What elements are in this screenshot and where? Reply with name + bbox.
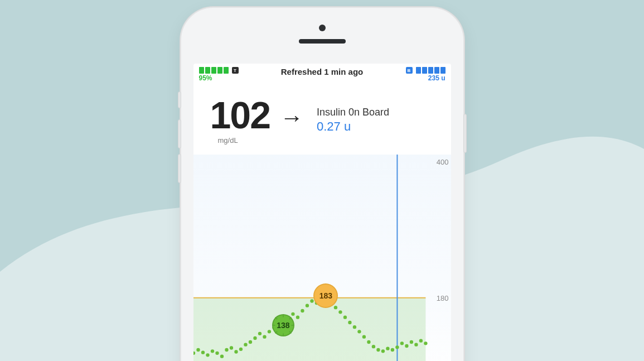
svg-point-48 — [400, 341, 403, 345]
power-button — [463, 114, 467, 153]
y-axis-400: 400 — [437, 157, 449, 166]
svg-point-34 — [333, 306, 337, 309]
svg-point-5 — [196, 348, 200, 352]
svg-line-61 — [275, 331, 278, 333]
glucose-header[interactable]: 102 mg/dL → Insulin 0n Board 0.27 u — [193, 88, 451, 155]
peak-callout-orange[interactable]: 183 — [314, 285, 337, 307]
iob-label: Insulin 0n Board — [317, 107, 389, 118]
svg-point-40 — [362, 335, 365, 338]
svg-point-52 — [419, 339, 422, 342]
svg-point-49 — [405, 344, 408, 348]
svg-point-6 — [201, 350, 204, 354]
chart-svg — [193, 155, 451, 361]
trend-arrow-icon: → — [280, 104, 303, 137]
svg-point-50 — [409, 340, 413, 344]
svg-rect-0 — [193, 298, 425, 361]
svg-point-12 — [229, 346, 233, 349]
insulin-on-board-block[interactable]: Insulin 0n Board 0.27 u — [317, 107, 389, 134]
svg-point-13 — [234, 350, 238, 353]
svg-point-7 — [206, 353, 209, 357]
svg-point-39 — [357, 330, 361, 333]
svg-point-36 — [343, 315, 346, 319]
svg-point-47 — [395, 345, 399, 349]
refreshed-label: Refreshed 1 min ago — [193, 67, 451, 76]
svg-point-38 — [352, 325, 356, 329]
svg-line-60 — [289, 317, 292, 319]
svg-point-27 — [301, 309, 304, 312]
svg-point-35 — [338, 310, 342, 314]
phone-frame: T 95% Refreshed 1 min ago B 235 u 102 — [180, 7, 464, 361]
svg-point-15 — [244, 343, 247, 346]
svg-point-18 — [258, 332, 261, 335]
app-screen: T 95% Refreshed 1 min ago B 235 u 102 — [193, 64, 451, 361]
phone-speaker — [299, 39, 346, 44]
svg-point-11 — [225, 348, 228, 352]
svg-point-14 — [239, 348, 242, 351]
svg-point-19 — [263, 335, 266, 338]
svg-point-29 — [310, 299, 313, 302]
svg-point-16 — [248, 340, 251, 344]
glucose-unit-label: mg/dL — [218, 136, 270, 145]
iob-value: 0.27 u — [317, 119, 389, 134]
mute-switch — [178, 92, 181, 108]
svg-point-37 — [348, 321, 351, 324]
svg-point-8 — [210, 349, 214, 353]
svg-point-28 — [305, 304, 308, 307]
volume-down-button — [178, 154, 181, 183]
current-glucose-value: 102 — [210, 96, 270, 134]
volume-up-button — [178, 119, 181, 148]
svg-point-26 — [296, 315, 299, 319]
svg-line-58 — [275, 317, 278, 319]
svg-point-41 — [367, 340, 370, 344]
svg-point-17 — [253, 336, 256, 340]
svg-point-51 — [414, 343, 418, 346]
svg-point-45 — [386, 346, 389, 350]
svg-point-43 — [376, 348, 380, 352]
svg-point-20 — [267, 330, 270, 333]
app-status-bar: T 95% Refreshed 1 min ago B 235 u — [193, 64, 451, 88]
svg-point-10 — [220, 354, 223, 358]
svg-line-59 — [289, 331, 292, 333]
svg-point-44 — [381, 349, 384, 353]
svg-point-53 — [424, 341, 427, 345]
svg-point-46 — [390, 348, 394, 352]
glucose-chart[interactable]: 400 180 70 138 183 5.56 — [193, 155, 451, 361]
y-axis-180: 180 — [437, 293, 449, 302]
meal-callout-green[interactable]: 138 — [273, 315, 293, 335]
front-camera — [319, 25, 326, 31]
svg-point-42 — [371, 345, 375, 348]
svg-point-9 — [215, 352, 219, 355]
